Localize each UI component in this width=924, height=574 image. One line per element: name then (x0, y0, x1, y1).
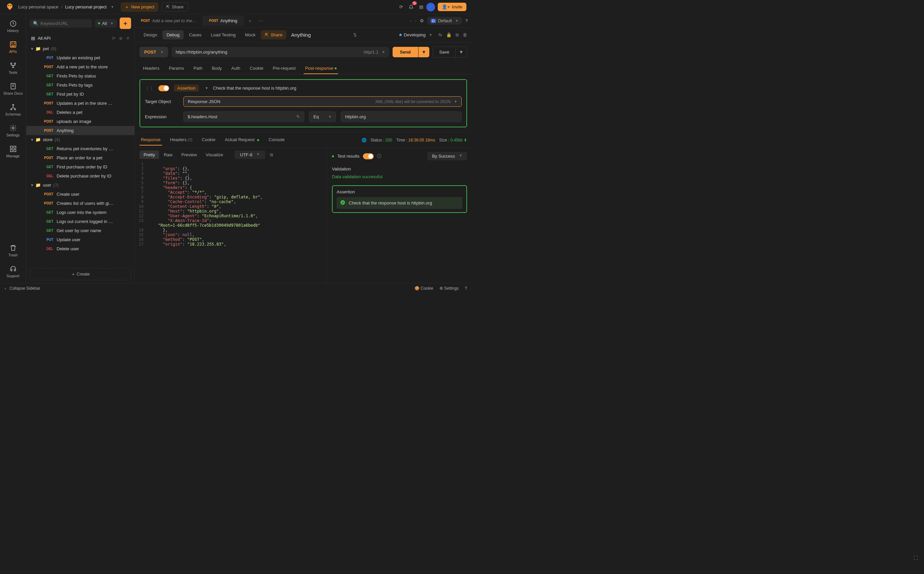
tree-item[interactable]: GETFinds Pets by tags (26, 80, 134, 90)
tree-item[interactable]: GETLogs out current logged in … (26, 217, 134, 226)
tree-item[interactable]: PUTUpdate user (26, 235, 134, 244)
method-select[interactable]: POST ▼ (139, 47, 168, 57)
resptab-headers[interactable]: Headers (7) (169, 134, 194, 145)
expected-input[interactable]: httpbin.org (341, 112, 462, 122)
codeview-raw[interactable]: Raw (160, 151, 177, 159)
reqtab-body[interactable]: Body (211, 63, 223, 74)
tree-group[interactable]: ▾ 📁 user (7) (26, 181, 134, 190)
invite-button[interactable]: 👤+ Invite (438, 3, 466, 11)
codeview-preview[interactable]: Preview (177, 151, 201, 159)
tree-item[interactable]: POSTUpdates a pet in the store … (26, 99, 134, 108)
nav-manage[interactable]: Manage (3, 142, 23, 161)
tab-prev-icon[interactable]: ‹ (410, 18, 411, 23)
add-tab-button[interactable]: ＋ (244, 18, 256, 24)
add-button[interactable]: ＋ (120, 17, 131, 29)
tree-item[interactable]: POSTCreate user (26, 190, 134, 199)
tree-item[interactable]: POSTAnything (26, 126, 134, 135)
reqtab-post[interactable]: Post-response (303, 63, 338, 74)
search-input[interactable]: 🔍 (30, 19, 92, 28)
tree-item[interactable]: GETLogs user into the system (26, 208, 134, 217)
new-project-button[interactable]: ＋ New project (121, 2, 158, 12)
tree-item[interactable]: POSTPlace an order for a pet (26, 153, 134, 162)
trash-icon[interactable]: 🗑 (463, 32, 467, 38)
tree-item[interactable]: GETFinds Pets by status (26, 71, 134, 80)
swap-icon[interactable]: ⇆ (438, 32, 442, 38)
target-object-select[interactable]: Response JSON XML (XML-like) will be con… (183, 96, 462, 107)
copy-icon[interactable]: ⧉ (270, 152, 273, 158)
reqtab-params[interactable]: Params (167, 63, 185, 74)
tree-item[interactable]: POSTuploads an image (26, 117, 134, 126)
tree-item[interactable]: GETReturns pet inventories by … (26, 144, 134, 153)
subtab-debug[interactable]: Debug (163, 30, 183, 39)
resptab-actual[interactable]: Actual Request (223, 134, 261, 145)
help-icon[interactable]: ? (465, 18, 468, 23)
reqtab-auth[interactable]: Auth (230, 63, 242, 74)
nav-support[interactable]: Support (3, 262, 23, 281)
subtab-design[interactable]: Design (139, 30, 161, 39)
tree-item[interactable]: DELDelete purchase order by ID (26, 172, 134, 181)
tree-item[interactable]: GETFind pet by ID (26, 90, 134, 99)
tab-menu-icon[interactable]: ⋯ (256, 18, 266, 23)
tree-group[interactable]: ▾ 📁 store (4) (26, 135, 134, 144)
globe-icon[interactable]: 🌐 (362, 138, 366, 142)
subtab-load[interactable]: Load Testing (207, 30, 240, 39)
nav-sharedocs[interactable]: Share Docs (3, 79, 23, 98)
sort-icon[interactable]: ⇅ (353, 32, 357, 37)
send-dropdown[interactable]: ▼ (419, 47, 430, 57)
tree-item[interactable]: GETGet user by user name (26, 226, 134, 235)
codeview-pretty[interactable]: Pretty (139, 151, 159, 159)
avatar[interactable]: 👤 (426, 3, 435, 11)
editor-tab[interactable]: POSTAdd a new pet to the… (135, 16, 203, 26)
collapse-sidebar-button[interactable]: Collapse Sidebar (9, 286, 40, 291)
tree-item[interactable]: POSTAdd a new pet to the store (26, 62, 134, 71)
assertion-toggle[interactable] (158, 85, 169, 91)
sort-select[interactable]: By Success▼ (427, 152, 467, 160)
tab-next-icon[interactable]: › (415, 18, 416, 23)
locate-icon[interactable]: ⊕ (119, 36, 123, 41)
footer-cookie[interactable]: 🍪 Cookie (414, 286, 433, 291)
chevron-down-icon[interactable]: ▼ (205, 86, 208, 90)
url-input[interactable]: https://httpbin.org/anything http/1.1 ▼ (172, 47, 389, 57)
info-icon[interactable]: ⓘ (377, 153, 381, 159)
tree-group[interactable]: ▾ 📁 pet (9) (26, 44, 134, 53)
send-button[interactable]: Send (393, 47, 418, 57)
lock-icon[interactable]: 🔒 (446, 32, 452, 38)
tree-item[interactable]: DELDeletes a pet (26, 108, 134, 117)
reqtab-headers[interactable]: Headers (142, 63, 161, 74)
share-button[interactable]: ⇱ Share (162, 2, 188, 11)
http-version-select[interactable]: http/1.1 ▼ (364, 49, 385, 55)
footer-help-icon[interactable]: ? (465, 286, 467, 291)
chevron-down-icon[interactable]: ▼ (111, 5, 114, 9)
save-button[interactable]: Save (433, 46, 456, 58)
reqtab-cookie[interactable]: Cookie (248, 63, 265, 74)
resptab-console[interactable]: Console (267, 134, 286, 145)
gear-icon[interactable]: ⚙ (420, 18, 424, 23)
subtab-share[interactable]: ⇱ Share (261, 30, 286, 39)
footer-settings[interactable]: ⚙ Settings (439, 286, 459, 291)
codeview-visualize[interactable]: Visualize (202, 151, 227, 159)
all-api-label[interactable]: All API (38, 36, 51, 41)
chevron-left-icon[interactable]: ‹ (5, 286, 6, 291)
notifications-icon[interactable]: 5 (406, 2, 416, 12)
tree-item[interactable]: PUTUpdate an existing pet (26, 53, 134, 62)
environment-select[interactable]: D Default ▼ (427, 17, 462, 25)
nav-history[interactable]: History (3, 17, 23, 36)
expression-input[interactable]: $.headers.Host ✎ (183, 112, 304, 122)
reqtab-pre[interactable]: Pre-request (272, 63, 297, 74)
nav-apis[interactable]: APIs (3, 38, 23, 57)
create-button[interactable]: ＋ Create (30, 268, 131, 280)
encoding-select[interactable]: UTF-8▼ (235, 151, 265, 159)
magic-icon[interactable]: ✎ (296, 114, 300, 119)
nav-tests[interactable]: Tests (3, 58, 23, 77)
sync-icon[interactable]: ⟳ (396, 2, 406, 12)
tree-item[interactable]: POSTCreates list of users with gi… (26, 199, 134, 208)
tree-item[interactable]: DELDelete user (26, 244, 134, 253)
reqtab-path[interactable]: Path (192, 63, 204, 74)
nav-schemas[interactable]: Schemas (3, 100, 23, 119)
editor-tab[interactable]: POSTAnything (203, 16, 244, 26)
breadcrumb-workspace[interactable]: Lucy personal space (18, 5, 58, 9)
save-dropdown[interactable]: ▼ (456, 46, 467, 58)
subtab-mock[interactable]: Mock (241, 30, 259, 39)
breadcrumb-project[interactable]: Lucy personal project (65, 5, 107, 9)
copy-icon[interactable]: ⧉ (456, 32, 459, 38)
